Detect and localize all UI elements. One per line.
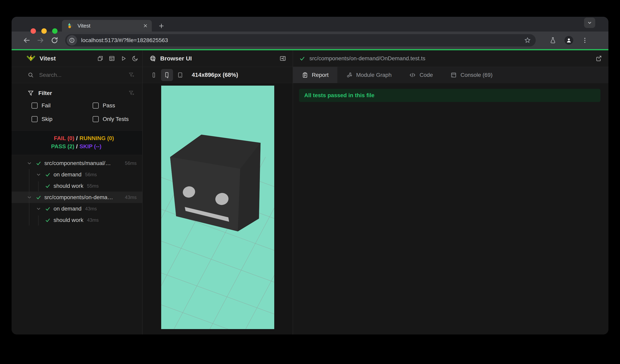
test-duration: 56ms [125,160,142,166]
minimize-window-button[interactable] [41,28,47,34]
phone-plus-icon [164,72,170,78]
profile-button[interactable] [564,36,573,45]
browser-toolbar: localhost:5173/#/?file=1828625563 [12,31,608,49]
play-icon [120,55,127,62]
reload-button[interactable] [50,36,59,45]
dashboard-button[interactable] [109,55,115,62]
console-icon [450,72,457,78]
tab-report[interactable]: Report [293,67,337,83]
device-toolbar: 414x896px (68%) [143,67,293,83]
test-tree: src/components/manual/… 56ms on demand 5… [12,155,142,335]
url-text: localhost:5173/#/?file=1828625563 [81,37,524,44]
site-info-button[interactable] [67,35,77,45]
chevron-down-icon[interactable] [36,206,42,212]
chevron-down-icon[interactable] [26,194,32,200]
chevron-down-icon [587,20,592,26]
tree-item-test[interactable]: should work 55ms [12,180,142,191]
browser-ui-header: Browser UI [143,50,293,67]
code-icon [409,72,416,78]
reload-icon [50,36,59,44]
back-icon [23,36,31,44]
dock-panel-button[interactable] [279,55,286,62]
globe-icon [149,55,156,62]
tree-item-suite[interactable]: on demand 56ms [12,169,142,180]
test-file-path: src/components/on-demand/OnDemand.test.t… [310,55,425,62]
browser-menu-button[interactable] [580,36,589,45]
theme-toggle-button[interactable] [132,55,138,62]
tree-item-suite[interactable]: on demand 43ms [12,203,142,214]
forward-button[interactable] [36,36,45,45]
test-file-name: src/components/on-dema… [44,194,113,201]
only-tests-label: Only Tests [103,116,129,122]
open-in-editor-button[interactable] [595,55,602,62]
fail-count: FAIL (0) [12,134,74,142]
tree-item-test[interactable]: should work 43ms [12,214,142,226]
pass-checkbox[interactable] [93,102,99,109]
fail-checkbox[interactable] [31,102,38,109]
indent-guide [38,216,39,226]
back-button[interactable] [22,36,31,45]
test-duration: 56ms [85,172,97,177]
close-tab-icon[interactable] [143,23,148,29]
filter-label: Filter [38,90,128,96]
tab-search-button[interactable] [584,17,595,28]
chevron-down-icon[interactable] [26,160,32,166]
tree-item-file[interactable]: src/components/manual/… 56ms [12,158,142,169]
device-tablet-button[interactable] [175,70,185,80]
bookmark-star-icon[interactable] [524,37,531,44]
summary-separator: / [74,134,79,142]
clear-search-filter-button[interactable] [128,72,135,78]
skip-checkbox[interactable] [31,116,38,122]
browser-ui-panel: Browser UI [143,50,293,335]
robot-cube [170,135,261,231]
dashboard-icon [109,55,115,62]
viewport-dimensions: 414x896px (68%) [192,72,238,78]
skip-count: SKIP (--) [79,142,142,150]
search-bar [12,67,142,83]
funnel-x-icon [128,72,135,78]
experiments-button[interactable] [548,36,557,45]
filter-only-tests-option: Only Tests [89,115,135,124]
pass-check-icon [36,194,42,200]
tree-item-file-selected[interactable]: src/components/on-dema… 43ms [12,191,142,203]
test-suite-name: on demand [54,205,81,212]
chevron-down-icon[interactable] [36,172,42,178]
pass-check-icon [45,172,51,178]
pass-check-icon [45,183,51,189]
sidebar-header: Vitest [12,50,142,67]
search-input[interactable] [39,72,128,78]
collapse-panels-button[interactable] [97,55,104,62]
clear-filters-button[interactable] [128,90,135,96]
pass-check-icon [45,217,51,223]
test-name: should work [54,217,83,223]
zoom-window-button[interactable] [52,28,58,34]
module-graph-icon [346,72,353,78]
tablet-icon [177,72,183,78]
file-header: src/components/on-demand/OnDemand.test.t… [293,50,608,67]
vitest-favicon [67,22,74,29]
detail-tabs: Report Module Graph Code [293,67,608,83]
fail-label: Fail [42,102,50,109]
tab-code[interactable]: Code [400,67,442,83]
tests-passed-banner: All tests passed in this file [299,89,600,102]
only-tests-checkbox[interactable] [93,116,99,122]
close-window-button[interactable] [31,28,36,34]
device-phone-plus-button[interactable] [161,69,173,81]
tab-title: Vitest [78,23,143,29]
sidebar: Vitest [12,50,142,335]
tab-code-label: Code [419,72,433,78]
tests-passed-text: All tests passed in this file [304,92,374,99]
preview-area [143,83,293,335]
kebab-menu-icon [581,37,588,44]
tab-module-graph[interactable]: Module Graph [337,67,400,83]
device-small-phone-button[interactable] [149,70,159,80]
vitest-ui: Vitest [12,50,608,335]
run-all-button[interactable] [120,55,127,62]
moon-icon [132,55,138,62]
new-tab-button[interactable] [156,20,167,31]
url-bar[interactable]: localhost:5173/#/?file=1828625563 [65,34,536,46]
tested-app-viewport[interactable] [161,86,274,329]
browser-tab[interactable]: Vitest [62,20,152,31]
tab-console[interactable]: Console (69) [442,67,501,83]
report-panel: src/components/on-demand/OnDemand.test.t… [293,50,608,335]
